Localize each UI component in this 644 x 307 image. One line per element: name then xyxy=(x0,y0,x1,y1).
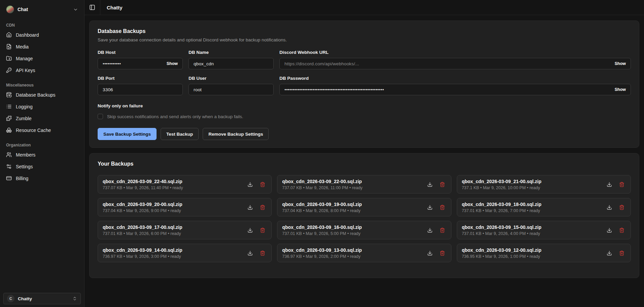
download-backup-button[interactable] xyxy=(606,227,613,234)
database-backup-icon xyxy=(6,92,12,98)
backup-actions xyxy=(606,227,626,234)
notify-only-on-failure-label: Notify only on failure xyxy=(98,103,631,108)
trash-icon xyxy=(260,182,265,187)
download-icon xyxy=(247,250,253,256)
download-icon xyxy=(607,250,612,256)
backup-filename: qbox_cdn_2026-03-09_16-00.sql.zip xyxy=(282,225,362,230)
sidebar-item-logging[interactable]: Logging xyxy=(3,101,81,112)
backup-filename: qbox_cdn_2026-03-09_19-00.sql.zip xyxy=(282,202,362,207)
db-password-show-button[interactable]: Show xyxy=(611,87,626,93)
backup-actions xyxy=(247,250,267,257)
main-area: Chatty Database Backups Save your databa… xyxy=(84,0,644,307)
backup-info: qbox_cdn_2026-03-09_16-00.sql.zip 737.01… xyxy=(282,225,362,236)
download-backup-button[interactable] xyxy=(247,250,253,257)
webhook-show-button[interactable]: Show xyxy=(611,61,626,67)
delete-backup-button[interactable] xyxy=(259,204,266,211)
sidebar-item-billing[interactable]: Billing xyxy=(3,172,81,184)
db-name-input[interactable] xyxy=(193,61,269,67)
backup-item: qbox_cdn_2026-03-09_17-00.sql.zip 737.01… xyxy=(98,221,272,239)
test-backup-button[interactable]: Test Backup xyxy=(161,128,199,140)
db-password-input[interactable] xyxy=(284,87,611,93)
db-port-input[interactable] xyxy=(102,87,178,93)
backup-actions xyxy=(427,181,446,188)
sidebar-item-label: Resource Cache xyxy=(16,128,51,133)
delete-backup-button[interactable] xyxy=(439,227,446,234)
sidebar-item-label: Manage xyxy=(16,56,33,61)
db-host-input[interactable] xyxy=(102,61,163,67)
download-icon xyxy=(607,205,612,210)
backup-info: qbox_cdn_2026-03-09_13-00.sql.zip 736.97… xyxy=(282,247,362,259)
backup-info: qbox_cdn_2026-03-09_20-00.sql.zip 737.04… xyxy=(103,202,182,213)
download-backup-button[interactable] xyxy=(606,250,613,257)
download-backup-button[interactable] xyxy=(247,204,253,211)
webhook-url-input[interactable] xyxy=(284,61,611,67)
page-title: Chatty xyxy=(100,5,123,10)
sliders-icon xyxy=(6,164,12,169)
backup-meta: 737.1 KB • Mar 9, 2026, 10:00 PM • ready xyxy=(462,185,542,190)
delete-backup-button[interactable] xyxy=(439,250,446,257)
download-backup-button[interactable] xyxy=(427,181,433,188)
sidebar-item-settings[interactable]: Settings xyxy=(3,161,81,172)
save-backup-settings-button[interactable]: Save Backup Settings xyxy=(98,128,157,140)
backup-meta: 737.01 KB • Mar 9, 2026, 5:00 PM • ready xyxy=(282,231,362,236)
backup-filename: qbox_cdn_2026-03-09_18-00.sql.zip xyxy=(462,202,542,207)
db-user-input[interactable] xyxy=(193,87,269,93)
delete-backup-button[interactable] xyxy=(618,181,625,188)
backup-info: qbox_cdn_2026-03-09_15-00.sql.zip 737.01… xyxy=(462,225,542,236)
delete-backup-button[interactable] xyxy=(259,181,266,188)
download-backup-button[interactable] xyxy=(606,181,613,188)
remove-backup-settings-button[interactable]: Remove Backup Settings xyxy=(203,128,269,140)
workspace-switcher[interactable]: Chat xyxy=(3,3,81,16)
backup-info: qbox_cdn_2026-03-09_19-00.sql.zip 737.04… xyxy=(282,202,362,213)
download-backup-button[interactable] xyxy=(427,250,433,257)
delete-backup-button[interactable] xyxy=(439,181,446,188)
download-backup-button[interactable] xyxy=(247,181,253,188)
sidebar-item-members[interactable]: Members xyxy=(3,149,81,161)
db-host-show-button[interactable]: Show xyxy=(163,61,178,67)
server-selector[interactable]: C Chatty xyxy=(3,293,81,304)
folder-icon xyxy=(6,56,12,61)
download-backup-button[interactable] xyxy=(247,227,253,234)
backup-meta: 737.07 KB • Mar 9, 2026, 11:40 PM • read… xyxy=(103,185,183,190)
backup-meta: 737.07 KB • Mar 9, 2026, 11:00 PM • read… xyxy=(282,185,363,190)
notify-checkbox[interactable] xyxy=(98,114,103,119)
your-backups-title: Your Backups xyxy=(98,161,631,167)
content: Database Backups Save your database conn… xyxy=(84,15,644,307)
db-host-label: DB Host xyxy=(98,50,183,55)
download-backup-button[interactable] xyxy=(606,204,613,211)
sidebar-item-dashboard[interactable]: Dashboard xyxy=(3,29,81,41)
backup-filename: qbox_cdn_2026-03-09_20-00.sql.zip xyxy=(103,202,182,207)
list-icon xyxy=(6,104,12,109)
delete-backup-button[interactable] xyxy=(259,227,266,234)
sidebar-item-media[interactable]: Media xyxy=(3,41,81,53)
sidebar-item-zumble[interactable]: Zumble xyxy=(3,112,81,124)
backup-item: qbox_cdn_2026-03-09_22-40.sql.zip 737.07… xyxy=(98,175,272,194)
delete-backup-button[interactable] xyxy=(618,204,625,211)
download-icon xyxy=(427,205,433,210)
download-backup-button[interactable] xyxy=(427,204,433,211)
sidebar-item-api-keys[interactable]: API Keys xyxy=(3,64,81,76)
db-name-label: DB Name xyxy=(189,50,274,55)
delete-backup-button[interactable] xyxy=(618,227,625,234)
backup-actions xyxy=(606,204,626,211)
trash-icon xyxy=(619,205,624,210)
puzzle-icon xyxy=(6,115,12,121)
delete-backup-button[interactable] xyxy=(618,250,625,257)
delete-backup-button[interactable] xyxy=(439,204,446,211)
sidebar-item-label: Media xyxy=(16,44,29,49)
backup-actions xyxy=(427,227,446,234)
backups-grid: qbox_cdn_2026-03-09_22-40.sql.zip 737.07… xyxy=(98,175,631,262)
sidebar-item-manage[interactable]: Manage xyxy=(3,53,81,64)
backup-meta: 737.04 KB • Mar 9, 2026, 9:00 PM • ready xyxy=(103,208,182,213)
download-icon xyxy=(247,228,253,233)
backup-meta: 737.01 KB • Mar 9, 2026, 6:00 PM • ready xyxy=(103,231,182,236)
backup-meta: 737.04 KB • Mar 9, 2026, 8:00 PM • ready xyxy=(282,208,362,213)
backup-meta: 736.95 KB • Mar 9, 2026, 1:00 PM • ready xyxy=(462,254,542,259)
sidebar-toggle-button[interactable] xyxy=(84,0,100,15)
download-backup-button[interactable] xyxy=(427,227,433,234)
sidebar-item-database-backups[interactable]: Database Backups xyxy=(3,89,81,101)
webhook-field-group: Discord Webhook URL Show xyxy=(279,50,631,69)
db-password-field-group: DB Password Show xyxy=(279,76,631,95)
sidebar-item-resource-cache[interactable]: Resource Cache xyxy=(3,124,81,136)
delete-backup-button[interactable] xyxy=(259,250,266,257)
